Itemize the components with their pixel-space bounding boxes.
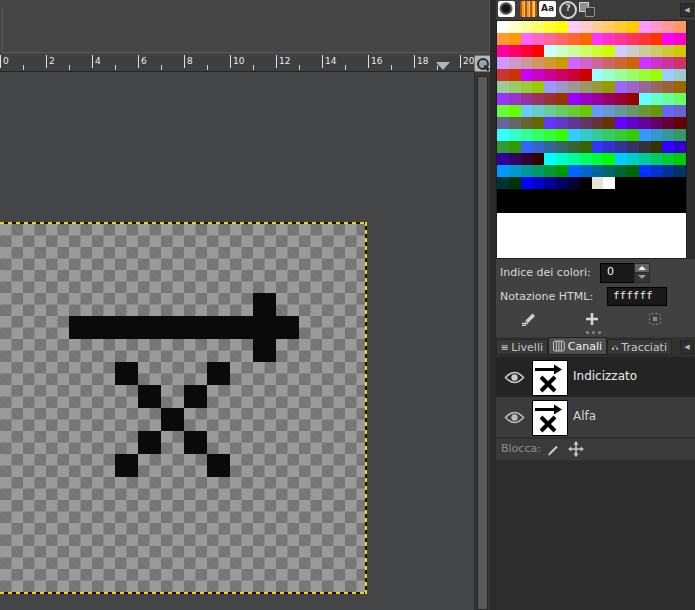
palette-cell[interactable] xyxy=(651,33,663,45)
palette-cell[interactable] xyxy=(544,189,556,201)
palette-cell[interactable] xyxy=(615,93,627,105)
channel-thumbnail[interactable] xyxy=(532,360,568,396)
palette-cell[interactable] xyxy=(532,201,544,213)
palette-cell[interactable] xyxy=(662,201,674,213)
palette-cell[interactable] xyxy=(568,57,580,69)
palette-cell[interactable] xyxy=(580,33,592,45)
palette-cell[interactable] xyxy=(627,93,639,105)
palette-cell[interactable] xyxy=(509,33,521,45)
palette-cell[interactable] xyxy=(651,21,663,33)
palette-cell[interactable] xyxy=(544,201,556,213)
palette-cell[interactable] xyxy=(568,105,580,117)
palette-cell[interactable] xyxy=(662,21,674,33)
palette-cell[interactable] xyxy=(544,81,556,93)
palette-cell[interactable] xyxy=(651,81,663,93)
palette-cell[interactable] xyxy=(592,21,604,33)
palette-cell[interactable] xyxy=(497,105,509,117)
palette-cell[interactable] xyxy=(615,165,627,177)
palette-cell[interactable] xyxy=(580,165,592,177)
palette-cell[interactable] xyxy=(651,117,663,129)
palette-cell[interactable] xyxy=(627,69,639,81)
palette-cell[interactable] xyxy=(674,117,686,129)
palette-cell[interactable] xyxy=(568,33,580,45)
palette-cell[interactable] xyxy=(521,141,533,153)
palette-cell[interactable] xyxy=(662,117,674,129)
channel-row-indicizzato[interactable]: Indicizzato xyxy=(496,357,695,397)
tab-tracciati[interactable]: Tracciati xyxy=(607,339,672,355)
palette-cell[interactable] xyxy=(674,177,686,189)
palette-cell[interactable] xyxy=(639,201,651,213)
palette-cell[interactable] xyxy=(497,165,509,177)
add-color-button[interactable] xyxy=(579,308,605,329)
color-index-spin-down[interactable] xyxy=(634,272,650,283)
palette-cell[interactable] xyxy=(509,129,521,141)
palette-cell[interactable] xyxy=(497,201,509,213)
palette-cell[interactable] xyxy=(556,33,568,45)
palette-cell[interactable] xyxy=(544,117,556,129)
palette-cell[interactable] xyxy=(580,105,592,117)
palette-cell[interactable] xyxy=(639,117,651,129)
palette-cell[interactable] xyxy=(674,153,686,165)
palette-cell[interactable] xyxy=(651,45,663,57)
palette-cell[interactable] xyxy=(532,189,544,201)
channel-row-alfa[interactable]: Alfa xyxy=(496,397,695,437)
palette-cell[interactable] xyxy=(521,201,533,213)
palette-cell[interactable] xyxy=(651,141,663,153)
palette-cell[interactable] xyxy=(580,129,592,141)
palette-cell[interactable] xyxy=(674,21,686,33)
palette-cell[interactable] xyxy=(674,81,686,93)
palette-cell[interactable] xyxy=(592,69,604,81)
edit-color-button[interactable] xyxy=(516,308,542,329)
palette-cell[interactable] xyxy=(568,141,580,153)
palette-cell[interactable] xyxy=(615,141,627,153)
palette-cell[interactable] xyxy=(580,177,592,189)
palette-cell[interactable] xyxy=(639,69,651,81)
palette-cell[interactable] xyxy=(627,153,639,165)
palette-cell[interactable] xyxy=(532,129,544,141)
palette-cell[interactable] xyxy=(509,45,521,57)
palette-cell[interactable] xyxy=(615,177,627,189)
palette-cell[interactable] xyxy=(615,201,627,213)
palette-cell[interactable] xyxy=(580,69,592,81)
palette-cell[interactable] xyxy=(580,21,592,33)
palette-cell[interactable] xyxy=(627,189,639,201)
palette-cell[interactable] xyxy=(615,57,627,69)
palette-cell[interactable] xyxy=(532,117,544,129)
palette-cell[interactable] xyxy=(568,201,580,213)
palette-cell[interactable] xyxy=(615,189,627,201)
palette-cell[interactable] xyxy=(639,105,651,117)
palette-cell[interactable] xyxy=(651,165,663,177)
palette-cell[interactable] xyxy=(532,141,544,153)
palette-cell[interactable] xyxy=(662,33,674,45)
palette-cell[interactable] xyxy=(603,57,615,69)
palette-cell[interactable] xyxy=(497,69,509,81)
visibility-eye-icon[interactable] xyxy=(504,370,525,385)
palette-cell[interactable] xyxy=(592,201,604,213)
palette-cell[interactable] xyxy=(556,93,568,105)
palette-cell[interactable] xyxy=(627,165,639,177)
palette-cell[interactable] xyxy=(603,45,615,57)
palette-cell[interactable] xyxy=(497,57,509,69)
palette-cell[interactable] xyxy=(556,129,568,141)
horizontal-ruler[interactable]: 02468101214161820 xyxy=(0,55,474,72)
palette-cell[interactable] xyxy=(639,129,651,141)
palette-cell[interactable] xyxy=(532,93,544,105)
palette-cell[interactable] xyxy=(639,189,651,201)
palette-cell[interactable] xyxy=(592,105,604,117)
palette-cell[interactable] xyxy=(662,129,674,141)
palette-cell[interactable] xyxy=(509,177,521,189)
palette-cell[interactable] xyxy=(639,165,651,177)
palette-cell[interactable] xyxy=(592,57,604,69)
palette-cell[interactable] xyxy=(627,45,639,57)
palette-cell[interactable] xyxy=(603,69,615,81)
palette-cell[interactable] xyxy=(556,177,568,189)
palette-cell[interactable] xyxy=(662,93,674,105)
palette-cell[interactable] xyxy=(497,33,509,45)
palette-cell[interactable] xyxy=(592,81,604,93)
palette-cell[interactable] xyxy=(580,81,592,93)
palette-cell[interactable] xyxy=(603,81,615,93)
palette-cell[interactable] xyxy=(556,201,568,213)
palette-cell[interactable] xyxy=(603,117,615,129)
palette-cell[interactable] xyxy=(568,81,580,93)
palette-cell[interactable] xyxy=(544,165,556,177)
